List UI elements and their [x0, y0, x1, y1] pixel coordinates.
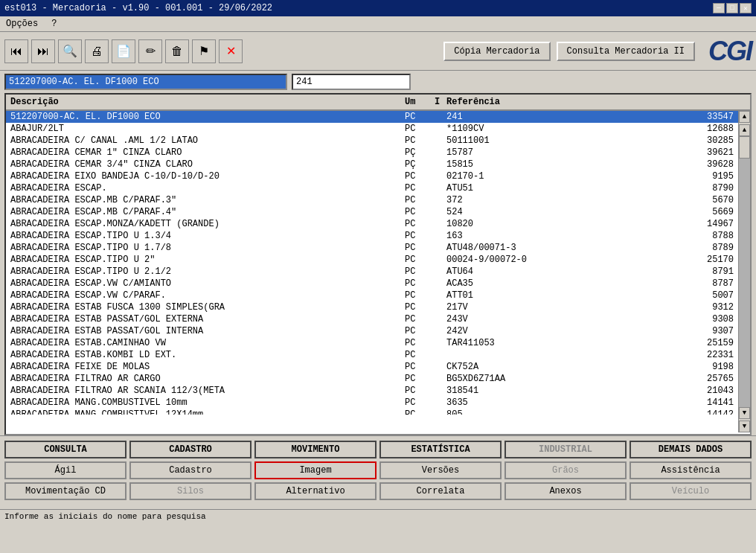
cell-um: PC [403, 171, 433, 182]
cell-um: PC [403, 290, 433, 301]
table-row[interactable]: ABRACADEIRA FILTRAO AR SCANIA 112/3(META… [6, 385, 738, 397]
table-row[interactable]: ABRACADEIRA CEMAR 1" CINZA CLARO PÇ 1578… [6, 147, 738, 159]
cell-um: PC [403, 397, 433, 408]
cell-i [433, 290, 445, 301]
new-button[interactable]: 📄 [112, 39, 135, 63]
cell-desc: ABRACADEIRA ESTAB PASSAT/GOL INTERNA [9, 326, 403, 336]
table-row[interactable]: ABRACADEIRA MANG.COMBUSTIVEL 12X14mm PC … [6, 409, 738, 415]
cgi-logo: CGI [708, 36, 752, 67]
tab-consulta[interactable]: CONSULTA [4, 441, 126, 458]
table-row[interactable]: ABRACADEIRA ESCAP.VW C/PARAF. PC ATT01 5… [6, 290, 738, 301]
table-row[interactable]: ABRACADEIRA MANG.COMBUSTIVEL 10mm PC 363… [6, 397, 738, 409]
table-row[interactable]: ABRACADEIRA EIXO BANDEJA C-10/D-10/D-20 … [6, 170, 738, 182]
search-input[interactable] [4, 74, 287, 90]
menu-help[interactable]: ? [48, 18, 60, 30]
ref-input[interactable] [292, 74, 411, 90]
table-row[interactable]: ABRACADEIRA ESTAB FUSCA 1300 SIMPLES(GRA… [6, 301, 738, 313]
tab-demais-dados[interactable]: DEMAIS DADOS [630, 441, 752, 458]
tab-estatistica[interactable]: ESTATÍSTICA [379, 441, 502, 458]
scroll-up-button[interactable]: ▲ [739, 124, 750, 136]
edit-button[interactable]: ✏ [138, 39, 162, 63]
last-record-button[interactable]: ⏭ [31, 39, 55, 63]
sub-btn-imagem[interactable]: Imagem [254, 461, 377, 479]
cell-code: 8790 [564, 183, 735, 194]
cell-desc: ABRACADEIRA ESCAP. [9, 183, 403, 194]
cell-i [433, 135, 445, 146]
tab-movimento[interactable]: MOVIMENTO [254, 441, 377, 458]
cell-desc: ABRACADEIRA ESTAB PASSAT/GOL EXTERNA [9, 314, 403, 325]
table-row[interactable]: ABRACADEIRA ESCAP.TIPO U 2.1/2 PC ATU64 … [6, 266, 738, 278]
copia-mercadoria-button[interactable]: Cópia Mercadoria [443, 42, 550, 61]
close-button[interactable]: ✕ [740, 3, 752, 13]
scrollbar[interactable]: ▲ ▲ ▼ ▼ [738, 111, 750, 432]
bottom-area: CONSULTA CADASTRO MOVIMENTO ESTATÍSTICA … [0, 435, 756, 508]
col-i: I [433, 96, 445, 108]
sub-btn-anexos[interactable]: Anexos [504, 482, 627, 500]
cell-code: 21043 [564, 386, 735, 396]
table-row[interactable]: ABRACADEIRA ESCAP.MB C/PARAF.3" PC 372 5… [6, 194, 738, 206]
cell-code: 22331 [564, 350, 735, 360]
menu-opcoes[interactable]: Opções [3, 18, 41, 30]
scroll-track [739, 136, 750, 407]
cell-i [433, 362, 445, 372]
delete-button[interactable]: 🗑 [165, 39, 189, 63]
consulta-mercadoria-button[interactable]: Consulta Mercadoria II [557, 42, 695, 61]
table-row[interactable]: ABRACADEIRA ESCAP.VW C/AMIANTO PC ACA35 … [6, 278, 738, 290]
print-button[interactable]: 🖨 [85, 39, 109, 63]
search-button[interactable]: 🔍 [58, 39, 82, 63]
flag-button[interactable]: ⚑ [192, 39, 216, 63]
minimize-button[interactable]: ─ [713, 3, 725, 13]
cell-i [433, 374, 445, 384]
cell-ref: ACA35 [445, 278, 564, 289]
table-row[interactable]: ABRACADEIRA ESCAP.TIPO U 2" PC 00024-9/0… [6, 254, 738, 266]
cell-ref: TAR411053 [445, 338, 564, 348]
sub-btn-veiculo[interactable]: Veículo [630, 482, 752, 500]
cell-code: 8789 [564, 243, 735, 253]
table-row[interactable]: ABRACADEIRA ESCAP.TIPO U 1.3/4 PC 163 87… [6, 230, 738, 242]
sub-btn-correlata[interactable]: Correlata [379, 482, 502, 500]
cell-code: 5670 [564, 195, 735, 205]
table-row[interactable]: ABRACADEIRA FILTRAO AR CARGO PC BG5XD6Z7… [6, 373, 738, 385]
cancel-button[interactable]: ✕ [219, 39, 243, 63]
table-row[interactable]: ABRACADEIRA ESCAP. PC ATU51 8790 [6, 182, 738, 194]
table-row[interactable]: ABRACADEIRA ESTAB.CAMINHAO VW PC TAR4110… [6, 337, 738, 349]
cell-code: 14141 [564, 397, 735, 408]
cell-i [433, 397, 445, 408]
maximize-button[interactable]: □ [726, 3, 738, 13]
sub-btn-movimentacao-cd[interactable]: Movimentação CD [4, 482, 126, 500]
table-row[interactable]: ABAJUR/2LT PC *1109CV 12688 [6, 123, 738, 135]
table-row[interactable]: ABRACADEIRA CEMAR 3/4" CINZA CLARO PÇ 15… [6, 159, 738, 170]
table-row[interactable]: ABRACADEIRA ESCAP.MONZA/KADETT (GRANDE) … [6, 218, 738, 230]
table-row[interactable]: 512207000-AC. EL. DF1000 ECO PC 241 3354… [6, 111, 738, 123]
sub-btn-agil[interactable]: Ágil [4, 461, 126, 479]
cell-desc: ABRACADEIRA ESCAP.VW C/AMIANTO [9, 278, 403, 289]
tab-cadastro[interactable]: CADASTRO [129, 441, 252, 458]
table-row[interactable]: ABRACADEIRA ESTAB PASSAT/GOL EXTERNA PC … [6, 313, 738, 325]
cell-desc: ABRACADEIRA ESCAP.TIPO U 1.7/8 [9, 243, 403, 253]
cell-desc: ABRACADEIRA EIXO BANDEJA C-10/D-10/D-20 [9, 171, 403, 182]
table-row[interactable]: ABRACADEIRA C/ CANAL .AML 1/2 LATAO PC 5… [6, 135, 738, 147]
sub-btn-cadastro[interactable]: Cadastro [129, 461, 252, 479]
table-row[interactable]: ABRACADEIRA ESCAP.MB C/PARAF.4" PC 524 5… [6, 206, 738, 218]
cell-desc: ABRACADEIRA FILTRAO AR CARGO [9, 374, 403, 384]
table-row[interactable]: ABRACADEIRA FEIXE DE MOLAS PC CK752A 919… [6, 361, 738, 373]
sub-btn-graos[interactable]: Grãos [504, 461, 627, 479]
sub-btn-assistencia[interactable]: Assistência [630, 461, 752, 479]
table-row[interactable]: ABRACADEIRA ESTAB.KOMBI LD EXT. PC 22331 [6, 349, 738, 361]
cell-um: PC [403, 374, 433, 384]
sub-btn-versoes[interactable]: Versões [379, 461, 502, 479]
scroll-thumb[interactable] [739, 136, 750, 159]
sub-btn-alternativo[interactable]: Alternativo [254, 482, 377, 500]
cell-code: 25159 [564, 338, 735, 348]
scroll-top-button[interactable]: ▲ [739, 111, 750, 123]
table-row[interactable]: ABRACADEIRA ESCAP.TIPO U 1.7/8 PC ATU48/… [6, 242, 738, 254]
scroll-down-button[interactable]: ▼ [739, 407, 750, 419]
first-record-button[interactable]: ⏮ [4, 39, 28, 63]
cell-i [433, 219, 445, 229]
sub-btn-silos[interactable]: Silos [129, 482, 252, 500]
cell-code: 25765 [564, 374, 735, 384]
scroll-bottom-button[interactable]: ▼ [739, 421, 750, 432]
table-row[interactable]: ABRACADEIRA ESTAB PASSAT/GOL INTERNA PC … [6, 325, 738, 337]
cell-um: PC [403, 219, 433, 229]
tab-industrial[interactable]: INDUSTRIAL [504, 441, 627, 458]
